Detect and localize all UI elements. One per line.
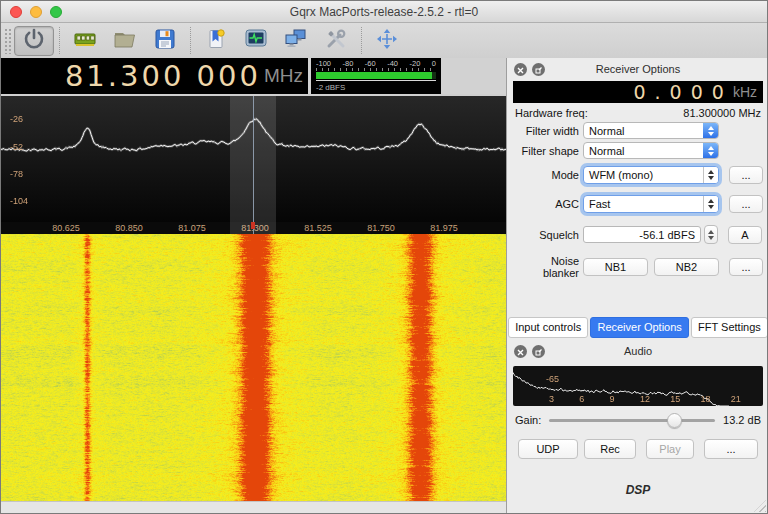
audio-axis-label: 9 (610, 394, 615, 404)
float-icon (535, 342, 542, 360)
remote-control-icon (283, 26, 309, 56)
meter-scale-label: -60 (365, 60, 376, 68)
float-dock-button[interactable] (532, 63, 545, 76)
nb2-button[interactable]: NB2 (654, 258, 719, 276)
agc-value: Fast (589, 198, 610, 210)
offset-display[interactable]: 0.000 kHz (513, 81, 763, 103)
filter-width-row: Filter width Normal (513, 122, 763, 139)
chevron-updown-icon[interactable] (703, 196, 718, 212)
bookmarks-button[interactable] (196, 26, 236, 56)
offset-digits[interactable]: 0.000 (633, 81, 732, 103)
power-icon (22, 27, 46, 55)
audio-axis-label: 12 (640, 394, 650, 404)
agc-options-button[interactable]: ... (729, 195, 763, 213)
agc-combo[interactable]: Fast (583, 195, 719, 213)
window-title: Gqrx MacPorts-release-2.5.2 - rtl=0 (1, 5, 767, 19)
receiver-dock-title: Receiver Options (507, 63, 768, 75)
udp-button[interactable]: UDP (518, 439, 578, 459)
chevron-updown-icon[interactable] (703, 143, 718, 158)
dsp-settings-button[interactable] (236, 26, 276, 56)
chevron-updown-icon[interactable] (703, 167, 718, 183)
top-strip: 81.300 000 MHz -100-80-60-40-200 -2 dBFS (1, 58, 506, 96)
meter-scale-label: -80 (343, 60, 354, 68)
meter-scale-label: -20 (409, 60, 420, 68)
display-pane: 81.300 000 MHz -100-80-60-40-200 -2 dBFS… (1, 58, 506, 514)
open-folder-icon (112, 26, 138, 56)
audio-dock-title: Audio (507, 345, 768, 357)
squelch-auto-button[interactable]: A (728, 226, 762, 244)
mode-options-button[interactable]: ... (729, 166, 763, 184)
top-filler (441, 58, 506, 94)
remote-control-button[interactable] (276, 26, 316, 56)
audio-spectrum-plot[interactable]: -65 36912151821 (513, 366, 763, 406)
frequency-axis-label: 81.525 (304, 223, 332, 233)
tab-fft-settings[interactable]: FFT Settings (691, 317, 768, 338)
bottom-strip (1, 501, 506, 514)
tuning-line[interactable] (253, 96, 254, 234)
minimize-window-button[interactable] (30, 6, 42, 18)
zoom-window-button[interactable] (50, 6, 62, 18)
filter-shape-row: Filter shape Normal (513, 142, 763, 159)
traffic-lights (1, 6, 62, 18)
meter-scale-label: -100 (316, 60, 331, 68)
mode-label: Mode (513, 169, 583, 181)
audio-options-button[interactable]: ... (704, 439, 758, 459)
frequency-axis-label: 80.625 (52, 223, 80, 233)
close-dock-button[interactable] (514, 63, 527, 76)
tools-button[interactable] (316, 26, 356, 56)
tuning-marker (251, 222, 255, 229)
noise-blanker-options-button[interactable]: ... (729, 258, 763, 276)
configure-io-button[interactable] (65, 26, 105, 56)
filter-shape-combo[interactable]: Normal (583, 142, 719, 159)
meter-scale-label: -40 (387, 60, 398, 68)
float-icon (535, 60, 542, 78)
toolbar-drag-handle[interactable] (4, 28, 12, 54)
float-dock-button[interactable] (532, 345, 545, 358)
waterfall[interactable] (1, 234, 506, 501)
waterfall-canvas[interactable] (1, 234, 506, 501)
frequency-display[interactable]: 81.300 000 MHz (1, 58, 308, 94)
filter-width-combo[interactable]: Normal (583, 122, 719, 139)
gain-slider[interactable] (549, 419, 715, 422)
filter-width-value: Normal (589, 125, 624, 137)
filter-shape-value: Normal (589, 145, 624, 157)
close-window-button[interactable] (10, 6, 22, 18)
spectrum-db-label: -104 (10, 196, 28, 206)
open-file-button[interactable] (105, 26, 145, 56)
close-dock-button[interactable] (514, 345, 527, 358)
hardware-freq-label: Hardware freq: (515, 107, 588, 119)
fullscreen-button[interactable] (367, 26, 407, 56)
meter-value: -2 dBFS (316, 83, 436, 92)
squelch-input[interactable]: -56.1 dBFS (583, 226, 701, 243)
mode-value: WFM (mono) (589, 169, 653, 181)
squelch-label: Squelch (513, 229, 583, 241)
meter-line (316, 80, 436, 81)
hardware-freq-row: Hardware freq: 81.300000 MHz (507, 103, 768, 119)
frequency-digits[interactable]: 81.300 000 (65, 59, 261, 93)
mode-combo[interactable]: WFM (mono) (583, 166, 719, 184)
meter-bar-track (316, 72, 436, 79)
dsp-status-label: DSP (507, 483, 768, 497)
nb1-button[interactable]: NB1 (583, 258, 648, 276)
mode-row: Mode WFM (mono) ... (513, 166, 763, 184)
frequency-axis-label: 81.750 (367, 223, 395, 233)
dock-tabs: Input controlsReceiver OptionsFFT Settin… (507, 317, 768, 338)
tab-input-controls[interactable]: Input controls (508, 317, 588, 338)
squelch-stepper[interactable] (704, 225, 718, 244)
receiver-dock-header[interactable]: Receiver Options (507, 58, 768, 80)
meter-scale-label: 0 (432, 60, 436, 68)
audio-buttons-row: UDPRecPlay... (507, 439, 768, 459)
chevron-updown-icon[interactable] (703, 123, 718, 138)
rec-button[interactable]: Rec (584, 439, 636, 459)
start-dsp-button[interactable] (14, 26, 54, 56)
gain-slider-knob[interactable] (667, 413, 682, 428)
agc-label: AGC (513, 198, 583, 210)
frequency-unit: MHz (264, 65, 303, 87)
titlebar: Gqrx MacPorts-release-2.5.2 - rtl=0 (1, 1, 767, 23)
toolbar-separator (361, 27, 362, 54)
tab-receiver-options[interactable]: Receiver Options (590, 317, 689, 338)
audio-dock-header[interactable]: Audio (507, 340, 768, 362)
save-file-button[interactable] (145, 26, 185, 56)
fullscreen-arrows-icon (374, 26, 400, 56)
signal-meter: -100-80-60-40-200 -2 dBFS (311, 58, 441, 94)
